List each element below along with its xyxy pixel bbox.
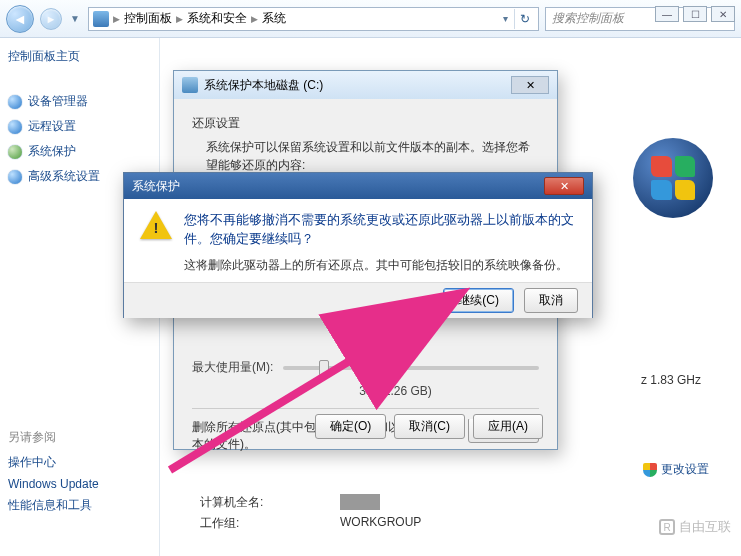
workgroup-label: 工作组: bbox=[200, 515, 290, 532]
watermark-icon: R bbox=[659, 519, 675, 535]
dialog-titlebar[interactable]: 系统保护 ✕ bbox=[124, 173, 592, 199]
sidebar-item-device-mgr[interactable]: 设备管理器 bbox=[8, 93, 151, 110]
refresh-button[interactable]: ↻ bbox=[514, 9, 534, 29]
ok-button[interactable]: 确定(O) bbox=[315, 414, 386, 439]
close-button[interactable]: ✕ bbox=[711, 6, 735, 22]
dialog-close-button[interactable]: ✕ bbox=[544, 177, 584, 195]
sidebar-item-label: 高级系统设置 bbox=[28, 168, 100, 185]
search-placeholder: 搜索控制面板 bbox=[552, 10, 624, 27]
address-bar[interactable]: ▶ 控制面板 ▶ 系统和安全 ▶ 系统 ▾ ↻ bbox=[88, 7, 539, 31]
nav-back-button[interactable]: ◄ bbox=[6, 5, 34, 33]
watermark-text: 自由互联 bbox=[679, 518, 731, 536]
slider-percent: 3% bbox=[359, 384, 376, 398]
restore-settings-desc: 系统保护可以保留系统设置和以前文件版本的副本。选择您希望能够还原的内容: bbox=[206, 138, 539, 174]
continue-button[interactable]: 继续(C) bbox=[443, 288, 514, 313]
watermark: R 自由互联 bbox=[659, 518, 731, 536]
chevron-right-icon: ▶ bbox=[113, 14, 120, 24]
shield-icon bbox=[8, 170, 22, 184]
warning-icon: ! bbox=[140, 211, 172, 239]
breadcrumb[interactable]: 控制面板 bbox=[124, 10, 172, 27]
cancel-button[interactable]: 取消 bbox=[524, 288, 578, 313]
confirm-main-text: 您将不再能够撤消不需要的系统更改或还原此驱动器上以前版本的文件。您确定要继续吗？ bbox=[184, 211, 576, 249]
sidebar-item-remote[interactable]: 远程设置 bbox=[8, 118, 151, 135]
breadcrumb[interactable]: 系统 bbox=[262, 10, 286, 27]
drive-icon bbox=[182, 77, 198, 93]
nav-forward-button[interactable]: ► bbox=[40, 8, 62, 30]
explorer-toolbar: ◄ ► ▼ ▶ 控制面板 ▶ 系统和安全 ▶ 系统 ▾ ↻ 搜索控制面板 bbox=[0, 0, 741, 38]
change-settings-label: 更改设置 bbox=[661, 461, 709, 478]
sidebar-home-link[interactable]: 控制面板主页 bbox=[8, 48, 151, 65]
sidebar-item-label: 系统保护 bbox=[28, 143, 76, 160]
change-settings-link[interactable]: 更改设置 bbox=[643, 461, 709, 478]
restore-settings-heading: 还原设置 bbox=[192, 115, 539, 132]
workgroup-value: WORKGROUP bbox=[340, 515, 421, 532]
computer-name-label: 计算机全名: bbox=[200, 494, 290, 511]
dialog-title: 系统保护本地磁盘 (C:) bbox=[204, 77, 323, 94]
confirm-sub-text: 这将删除此驱动器上的所有还原点。其中可能包括较旧的系统映像备份。 bbox=[184, 257, 576, 274]
addr-dropdown-chevron[interactable]: ▾ bbox=[501, 13, 510, 24]
shield-icon bbox=[643, 463, 657, 477]
control-panel-icon bbox=[93, 11, 109, 27]
see-also-heading: 另请参阅 bbox=[8, 429, 151, 446]
chevron-right-icon: ▶ bbox=[176, 14, 183, 24]
slider-thumb[interactable] bbox=[319, 360, 329, 376]
redacted-value bbox=[340, 494, 380, 510]
sidebar-link-windows-update[interactable]: Windows Update bbox=[8, 477, 151, 491]
shield-icon bbox=[8, 120, 22, 134]
minimize-button[interactable]: — bbox=[655, 6, 679, 22]
chevron-right-icon: ▶ bbox=[251, 14, 258, 24]
system-info: 计算机全名: 工作组:WORKGROUP bbox=[200, 490, 421, 536]
sidebar-item-label: 远程设置 bbox=[28, 118, 76, 135]
maximize-button[interactable]: ☐ bbox=[683, 6, 707, 22]
max-usage-slider[interactable] bbox=[283, 366, 539, 370]
cancel-button[interactable]: 取消(C) bbox=[394, 414, 465, 439]
sidebar-item-protection[interactable]: 系统保护 bbox=[8, 143, 151, 160]
sidebar-link-action-center[interactable]: 操作中心 bbox=[8, 454, 151, 471]
nav-history-chevron[interactable]: ▼ bbox=[68, 13, 82, 24]
windows-logo-icon bbox=[633, 138, 713, 218]
sidebar-link-perf-tools[interactable]: 性能信息和工具 bbox=[8, 497, 151, 514]
sidebar-item-label: 设备管理器 bbox=[28, 93, 88, 110]
confirm-dialog: 系统保护 ✕ ! 您将不再能够撤消不需要的系统更改或还原此驱动器上以前版本的文件… bbox=[123, 172, 593, 318]
cpu-speed-label: z 1.83 GHz bbox=[641, 373, 701, 387]
dialog-close-button[interactable]: ✕ bbox=[511, 76, 549, 94]
dialog-titlebar[interactable]: 系统保护本地磁盘 (C:) ✕ bbox=[174, 71, 557, 99]
breadcrumb[interactable]: 系统和安全 bbox=[187, 10, 247, 27]
window-controls: — ☐ ✕ bbox=[655, 6, 735, 22]
shield-icon bbox=[8, 145, 22, 159]
apply-button[interactable]: 应用(A) bbox=[473, 414, 543, 439]
max-usage-label: 最大使用量(M): bbox=[192, 359, 273, 376]
slider-size: (1.26 GB) bbox=[380, 384, 432, 398]
shield-icon bbox=[8, 95, 22, 109]
dialog-title: 系统保护 bbox=[132, 178, 180, 195]
